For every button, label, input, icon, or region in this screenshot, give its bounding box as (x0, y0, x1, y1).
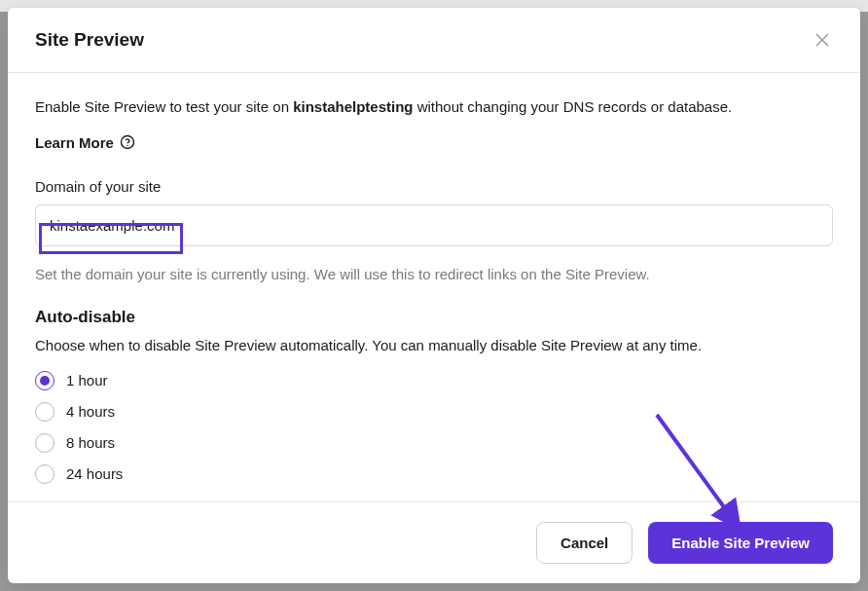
description-suffix: without changing your DNS records or dat… (414, 98, 733, 115)
radio-label: 8 hours (66, 434, 115, 451)
domain-field-group: Domain of your site Set the domain your … (35, 178, 833, 282)
radio-option-1-hour[interactable]: 1 hour (35, 371, 833, 390)
site-preview-modal: Site Preview Enable Site Preview to test… (8, 8, 860, 583)
modal-header: Site Preview (8, 8, 860, 73)
help-circle-icon (120, 134, 135, 150)
close-button[interactable] (812, 29, 833, 51)
svg-point-3 (127, 145, 127, 146)
modal-title: Site Preview (35, 29, 144, 51)
radio-label: 1 hour (66, 372, 108, 388)
radio-indicator (35, 464, 54, 484)
enable-site-preview-button[interactable]: Enable Site Preview (648, 522, 833, 564)
domain-field-label: Domain of your site (35, 178, 833, 195)
modal-description: Enable Site Preview to test your site on… (35, 96, 833, 119)
radio-indicator (35, 402, 54, 422)
close-icon (815, 33, 829, 47)
modal-body: Enable Site Preview to test your site on… (8, 73, 860, 501)
cancel-button[interactable]: Cancel (536, 522, 633, 564)
radio-option-4-hours[interactable]: 4 hours (35, 402, 833, 422)
radio-indicator (35, 433, 54, 453)
modal-footer: Cancel Enable Site Preview (8, 501, 860, 583)
learn-more-label: Learn More (35, 134, 114, 151)
description-prefix: Enable Site Preview to test your site on (35, 98, 293, 115)
learn-more-link[interactable]: Learn More (35, 134, 135, 151)
radio-label: 24 hours (66, 465, 123, 482)
domain-input[interactable] (35, 204, 833, 246)
radio-dot-icon (40, 376, 50, 386)
radio-indicator (35, 371, 54, 390)
radio-option-8-hours[interactable]: 8 hours (35, 433, 833, 453)
radio-label: 4 hours (66, 403, 115, 420)
domain-helper-text: Set the domain your site is currently us… (35, 266, 833, 282)
auto-disable-options: 1 hour 4 hours 8 hours 24 hours (35, 371, 833, 484)
auto-disable-title: Auto-disable (35, 308, 833, 327)
auto-disable-description: Choose when to disable Site Preview auto… (35, 337, 833, 353)
radio-option-24-hours[interactable]: 24 hours (35, 464, 833, 484)
description-site-name: kinstahelptesting (293, 98, 413, 115)
